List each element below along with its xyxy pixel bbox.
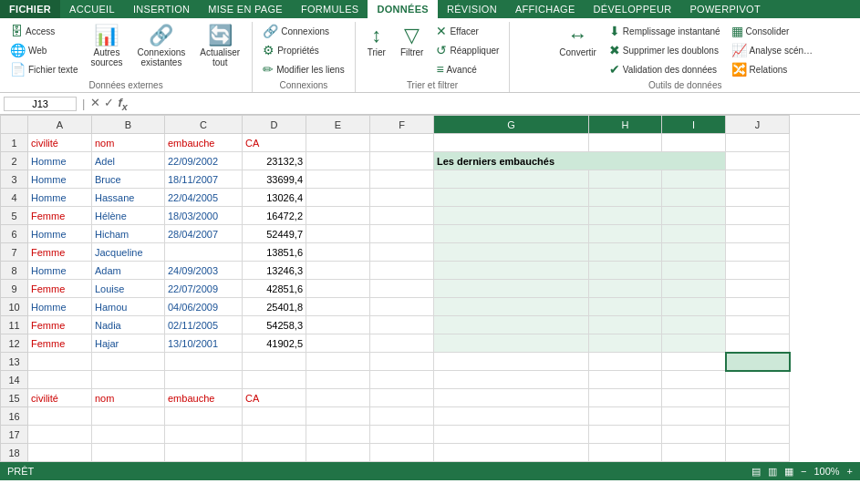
- cell-c2[interactable]: 22/09/2002: [165, 152, 243, 170]
- cell-h16[interactable]: [589, 407, 662, 426]
- row-num-17[interactable]: 17: [1, 426, 28, 444]
- consolider-button[interactable]: ▦ Consolider: [727, 22, 817, 40]
- cell-e6[interactable]: [306, 225, 370, 243]
- cell-f5[interactable]: [370, 207, 434, 225]
- cell-a1[interactable]: civilité: [28, 134, 92, 152]
- cell-j13[interactable]: [726, 353, 790, 371]
- cell-j16[interactable]: [726, 407, 790, 426]
- col-header-e[interactable]: E: [306, 116, 370, 134]
- cell-g10[interactable]: [434, 298, 589, 316]
- row-num-13[interactable]: 13: [1, 353, 28, 371]
- cell-f6[interactable]: [370, 225, 434, 243]
- access-button[interactable]: 🗄 Access: [5, 22, 82, 40]
- cell-a16[interactable]: [28, 407, 92, 426]
- cell-a2[interactable]: Homme: [28, 152, 92, 170]
- col-header-d[interactable]: D: [243, 116, 306, 134]
- cell-d18[interactable]: [243, 444, 306, 462]
- cell-c18[interactable]: [165, 444, 243, 462]
- cell-j10[interactable]: [726, 298, 790, 316]
- cell-a12[interactable]: Femme: [28, 334, 92, 353]
- remplissage-instantane-button[interactable]: ⬇ Remplissage instantané: [605, 22, 725, 40]
- row-num-18[interactable]: 18: [1, 444, 28, 462]
- row-num-16[interactable]: 16: [1, 407, 28, 426]
- cell-e17[interactable]: [306, 426, 370, 444]
- cell-g1[interactable]: [434, 134, 589, 152]
- cell-d4[interactable]: 13026,4: [243, 189, 306, 207]
- cell-j2[interactable]: [726, 152, 790, 170]
- cell-i3[interactable]: [662, 170, 726, 189]
- cell-a3[interactable]: Homme: [28, 170, 92, 189]
- tab-insertion[interactable]: INSERTION: [124, 0, 199, 18]
- cell-d15[interactable]: CA: [243, 389, 306, 407]
- row-num-8[interactable]: 8: [1, 262, 28, 280]
- tab-revision[interactable]: RÉVISION: [438, 0, 506, 18]
- cell-h9[interactable]: [589, 280, 662, 298]
- cell-f1[interactable]: [370, 134, 434, 152]
- cell-d12[interactable]: 41902,5: [243, 334, 306, 353]
- cell-a6[interactable]: Homme: [28, 225, 92, 243]
- cell-e14[interactable]: [306, 371, 370, 389]
- cell-g8[interactable]: [434, 262, 589, 280]
- cell-d9[interactable]: 42851,6: [243, 280, 306, 298]
- tab-mise-en-page[interactable]: MISE EN PAGE: [199, 0, 292, 18]
- cell-g16[interactable]: [434, 407, 589, 426]
- cell-c17[interactable]: [165, 426, 243, 444]
- cell-h10[interactable]: [589, 298, 662, 316]
- cell-e12[interactable]: [306, 334, 370, 353]
- cell-a8[interactable]: Homme: [28, 262, 92, 280]
- cell-i15[interactable]: [662, 389, 726, 407]
- cell-g12[interactable]: [434, 334, 589, 353]
- cell-f3[interactable]: [370, 170, 434, 189]
- cell-h8[interactable]: [589, 262, 662, 280]
- cell-i13[interactable]: [662, 353, 726, 371]
- formula-input[interactable]: [131, 98, 860, 109]
- cell-i1[interactable]: [662, 134, 726, 152]
- cell-d14[interactable]: [243, 371, 306, 389]
- col-header-b[interactable]: B: [92, 116, 165, 134]
- cell-c5[interactable]: 18/03/2000: [165, 207, 243, 225]
- tab-fichier[interactable]: FICHIER: [0, 0, 60, 18]
- cell-b8[interactable]: Adam: [92, 262, 165, 280]
- cell-b18[interactable]: [92, 444, 165, 462]
- cell-g14[interactable]: [434, 371, 589, 389]
- cell-f2[interactable]: [370, 152, 434, 170]
- cell-f8[interactable]: [370, 262, 434, 280]
- cell-a4[interactable]: Homme: [28, 189, 92, 207]
- cell-i9[interactable]: [662, 280, 726, 298]
- cell-h6[interactable]: [589, 225, 662, 243]
- cell-f7[interactable]: [370, 243, 434, 262]
- cell-b11[interactable]: Nadia: [92, 316, 165, 334]
- cell-c7[interactable]: [165, 243, 243, 262]
- cell-e7[interactable]: [306, 243, 370, 262]
- col-header-a[interactable]: A: [28, 116, 92, 134]
- cell-i5[interactable]: [662, 207, 726, 225]
- cell-j14[interactable]: [726, 371, 790, 389]
- cell-h3[interactable]: [589, 170, 662, 189]
- cell-a11[interactable]: Femme: [28, 316, 92, 334]
- cell-c13[interactable]: [165, 353, 243, 371]
- cell-c9[interactable]: 22/07/2009: [165, 280, 243, 298]
- tab-affichage[interactable]: AFFICHAGE: [506, 0, 585, 18]
- avance-button[interactable]: ≡ Avancé: [431, 60, 503, 78]
- connexions-existantes-button[interactable]: 🔗 Connexionsexistantes: [130, 22, 192, 71]
- cell-a13[interactable]: [28, 353, 92, 371]
- cell-e8[interactable]: [306, 262, 370, 280]
- cell-j1[interactable]: [726, 134, 790, 152]
- cell-c11[interactable]: 02/11/2005: [165, 316, 243, 334]
- row-num-12[interactable]: 12: [1, 334, 28, 353]
- cell-reference-input[interactable]: [4, 97, 77, 111]
- validation-donnees-button[interactable]: ✔ Validation des données: [605, 60, 725, 78]
- cell-d16[interactable]: [243, 407, 306, 426]
- cell-d17[interactable]: [243, 426, 306, 444]
- row-num-6[interactable]: 6: [1, 225, 28, 243]
- cell-e18[interactable]: [306, 444, 370, 462]
- cell-g6[interactable]: [434, 225, 589, 243]
- col-header-g[interactable]: G: [434, 116, 589, 134]
- web-button[interactable]: 🌐 Web: [5, 41, 82, 59]
- cell-h4[interactable]: [589, 189, 662, 207]
- cell-b15[interactable]: nom: [92, 389, 165, 407]
- cell-c4[interactable]: 22/04/2005: [165, 189, 243, 207]
- row-num-4[interactable]: 4: [1, 189, 28, 207]
- zoom-out-icon[interactable]: −: [801, 466, 806, 477]
- cell-f11[interactable]: [370, 316, 434, 334]
